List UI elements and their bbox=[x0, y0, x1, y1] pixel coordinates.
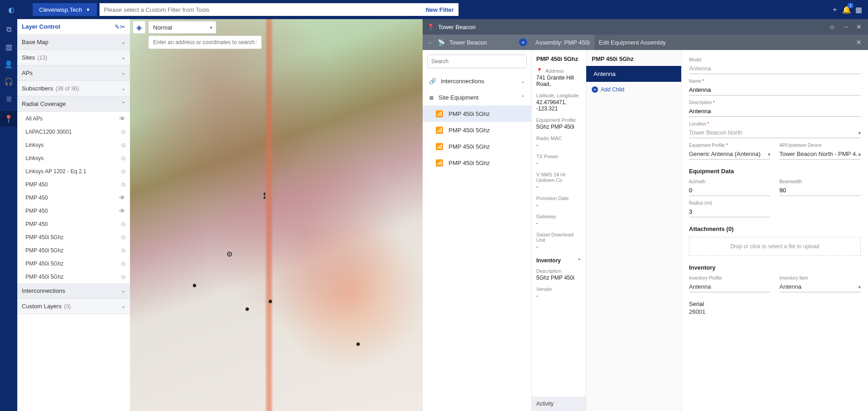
radial-item[interactable]: PMP 450⦸ bbox=[17, 178, 130, 191]
chevron-down-icon: ⌄ bbox=[121, 303, 125, 309]
serial-value: 26001 bbox=[689, 308, 861, 315]
radial-item[interactable]: PMP 450i 5Ghz⦸ bbox=[17, 231, 130, 244]
detail-header: 📍 Tower Beacon ☺ → ✕ bbox=[423, 19, 868, 35]
custom-filter-box[interactable]: New Filter bbox=[100, 3, 459, 16]
radial-item[interactable]: Linksys AP 1202 - Eq 2.1⦸ bbox=[17, 165, 130, 178]
assembly-latlng: 42.4796471, -123.321 bbox=[536, 99, 581, 112]
tree-selected-antenna[interactable]: Antenna bbox=[586, 66, 681, 82]
eye-off-icon[interactable]: ⦸ bbox=[121, 141, 125, 149]
rail-dashboard-icon[interactable]: ⧉ bbox=[4, 25, 14, 35]
radial-item[interactable]: Linksys⦸ bbox=[17, 138, 130, 151]
eye-off-icon[interactable]: ⦸ bbox=[121, 260, 125, 267]
inventory-section[interactable]: Inventory⌃ bbox=[532, 253, 586, 266]
location-select[interactable]: Tower Beacon North bbox=[689, 127, 861, 138]
eye-off-icon[interactable]: ⦸ bbox=[121, 220, 125, 228]
map-area[interactable]: ◈ Normal bbox=[130, 19, 423, 411]
section-base-map[interactable]: Base Map⌄ bbox=[17, 35, 130, 50]
map-search-input[interactable] bbox=[148, 35, 262, 49]
equipment-profile-select[interactable]: Generic Antenna (Antenna) bbox=[689, 149, 770, 160]
radial-item[interactable]: PMP 450i 5Ghz⦸ bbox=[17, 270, 130, 283]
wifi-icon: 📶 bbox=[435, 143, 443, 150]
map-layers-icon[interactable]: ◈ bbox=[133, 21, 145, 34]
new-filter-link[interactable]: New Filter bbox=[425, 6, 454, 13]
back-icon[interactable]: ← bbox=[427, 39, 433, 46]
name-input[interactable] bbox=[689, 85, 861, 95]
map-mode-select[interactable]: Normal bbox=[148, 21, 216, 34]
section-subscribers[interactable]: Subscribers (36 of 36)⌄ bbox=[17, 81, 130, 96]
svg-point-2 bbox=[193, 284, 196, 287]
map-marker[interactable] bbox=[190, 281, 199, 290]
eye-off-icon[interactable]: ⦸ bbox=[121, 167, 125, 175]
map-surface[interactable] bbox=[130, 19, 423, 411]
radial-item[interactable]: PMP 450👁 bbox=[17, 204, 130, 217]
eye-off-icon[interactable]: ⦸ bbox=[121, 246, 125, 254]
close-icon[interactable]: ✕ bbox=[854, 23, 863, 30]
eye-off-icon[interactable]: ⦸ bbox=[121, 273, 125, 281]
section-radial-coverage[interactable]: Radial Coverage⌃ bbox=[17, 96, 130, 112]
eye-icon[interactable]: 👁 bbox=[119, 207, 125, 215]
close-edit-icon[interactable]: ✕ bbox=[854, 39, 863, 46]
equipment-item[interactable]: 📶PMP 450i 5Ghz bbox=[423, 138, 531, 155]
radial-item[interactable]: PMP 450i 5Ghz⦸ bbox=[17, 257, 130, 270]
subheader-tower: ← 📡 Tower Beacon ＋ bbox=[423, 35, 532, 50]
attachments-title: Attachments (0) bbox=[689, 226, 861, 232]
activity-section[interactable]: Activity bbox=[532, 396, 586, 411]
map-marker[interactable] bbox=[354, 340, 362, 348]
inventory-item-select[interactable]: Antenna bbox=[779, 281, 861, 292]
assembly-address: 741 Granite Hill Road, bbox=[536, 75, 581, 87]
notifications-icon[interactable]: 🔔1 bbox=[841, 4, 853, 15]
tools-icon[interactable]: ✎✂ bbox=[115, 23, 125, 30]
equipment-item[interactable]: 📶PMP 450i 5Ghz bbox=[423, 155, 531, 171]
wifi-icon: 📶 bbox=[435, 159, 443, 166]
map-marker[interactable] bbox=[225, 250, 234, 258]
interconnections-row[interactable]: 🔗 Interconnections ⌄ bbox=[423, 73, 531, 89]
eye-off-icon[interactable]: ⦸ bbox=[121, 154, 125, 162]
add-equipment-button[interactable]: ＋ bbox=[519, 38, 527, 46]
equipment-item[interactable]: 📶PMP 450i 5Ghz bbox=[423, 105, 531, 122]
section-aps[interactable]: APs⌄ bbox=[17, 65, 130, 81]
rail-user-icon[interactable]: 👤 bbox=[4, 59, 14, 69]
rail-grid-icon[interactable]: ▥ bbox=[4, 42, 14, 52]
map-marker[interactable] bbox=[266, 297, 274, 306]
section-interconnections[interactable]: Interconnections⌄ bbox=[17, 283, 130, 299]
inventory-title: Inventory bbox=[689, 264, 861, 271]
radial-item[interactable]: Linksys⦸ bbox=[17, 151, 130, 165]
chevron-down-icon: ⌄ bbox=[121, 70, 125, 76]
radial-item[interactable]: PMP 450i 5Ghz⦸ bbox=[17, 244, 130, 257]
eye-off-icon[interactable]: ⦸ bbox=[121, 233, 125, 241]
equipment-search-input[interactable] bbox=[427, 55, 527, 68]
chevron-down-icon: ⌄ bbox=[121, 288, 125, 294]
assembly-eqprof: 5Ghz PMP 450i bbox=[536, 124, 581, 130]
tenant-dropdown[interactable]: Cleverwisp.Tech ▼ bbox=[33, 3, 97, 16]
map-marker[interactable] bbox=[260, 191, 269, 200]
radial-item[interactable]: PMP 450👁 bbox=[17, 191, 130, 204]
radial-item[interactable]: PMP 450⦸ bbox=[17, 217, 130, 231]
custom-filter-input[interactable] bbox=[104, 6, 426, 13]
map-marker[interactable] bbox=[243, 305, 251, 313]
eye-icon[interactable]: 👁 bbox=[119, 115, 125, 122]
eye-off-icon[interactable]: ⦸ bbox=[121, 128, 125, 135]
radial-item[interactable]: LAPAC1200 30001⦸ bbox=[17, 125, 130, 138]
add-child-button[interactable]: ＋Add Child bbox=[586, 82, 681, 97]
rail-support-icon[interactable]: 🎧 bbox=[4, 76, 14, 86]
upstream-device-select[interactable]: Tower Beacon North - PMP 4... bbox=[779, 149, 861, 160]
eye-icon[interactable]: 👁 bbox=[119, 194, 125, 201]
azimuth-input[interactable] bbox=[689, 185, 770, 196]
tree-root[interactable]: PMP 450i 5Ghz bbox=[586, 50, 681, 66]
rail-list-icon[interactable]: ≣ bbox=[4, 94, 14, 104]
section-custom-layers[interactable]: Custom Layers (3)⌄ bbox=[17, 299, 130, 314]
section-sites[interactable]: Sites (13)⌄ bbox=[17, 50, 130, 65]
apps-icon[interactable]: ▦ bbox=[853, 4, 864, 15]
file-dropzone[interactable]: Drop or click to select a file to upload bbox=[689, 237, 861, 256]
beamwidth-input[interactable] bbox=[779, 185, 861, 196]
rail-map-icon[interactable]: 📍 bbox=[0, 111, 17, 126]
description-input[interactable] bbox=[689, 106, 861, 117]
add-icon[interactable]: ＋ bbox=[829, 4, 841, 15]
equipment-item[interactable]: 📶PMP 450i 5Ghz bbox=[423, 122, 531, 138]
eye-off-icon[interactable]: ⦸ bbox=[121, 180, 125, 188]
forward-icon[interactable]: → bbox=[841, 23, 851, 30]
site-equipment-row[interactable]: ≣ Site Equipment ⌃ bbox=[423, 89, 531, 105]
smile-icon[interactable]: ☺ bbox=[827, 23, 837, 30]
radial-item[interactable]: All APs👁 bbox=[17, 112, 130, 125]
radius-input[interactable] bbox=[689, 206, 770, 217]
